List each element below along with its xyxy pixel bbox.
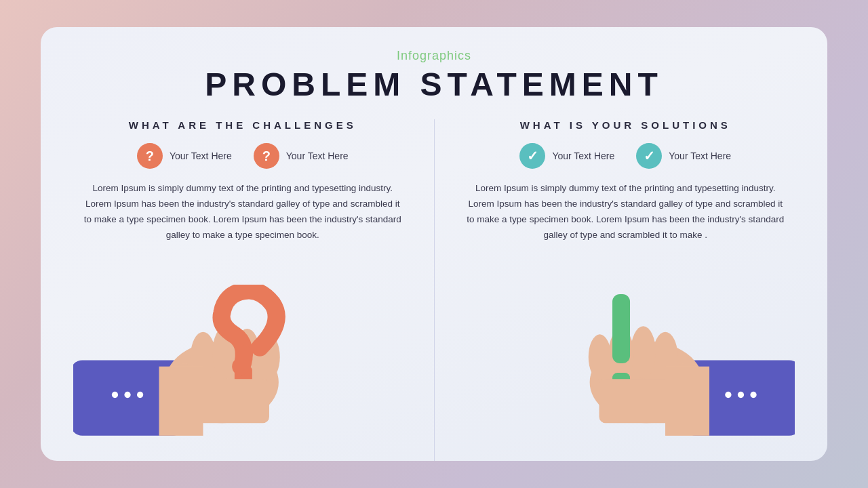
- svg-point-21: [588, 334, 610, 380]
- challenge-svg: [73, 285, 434, 461]
- solutions-items-row: ✓ Your Text Here ✓ Your Text Here: [456, 143, 795, 169]
- header: Infographics PROBLEM STATEMENT: [73, 49, 795, 103]
- solution-illustration: [435, 285, 795, 461]
- challenge-label-2: Your Text Here: [286, 150, 349, 161]
- content-area: WHAT ARE THE CHALLENGES ? Your Text Here…: [73, 119, 795, 461]
- challenge-item-1: ? Your Text Here: [137, 143, 232, 169]
- solution-label-2: Your Text Here: [669, 150, 731, 161]
- challenges-panel: WHAT ARE THE CHALLENGES ? Your Text Here…: [73, 119, 435, 461]
- challenge-icon-1: ?: [137, 143, 163, 169]
- solution-label-1: Your Text Here: [552, 150, 614, 161]
- solution-item-1: ✓ Your Text Here: [519, 143, 614, 169]
- slide: Infographics PROBLEM STATEMENT WHAT ARE …: [41, 27, 827, 461]
- svg-rect-26: [665, 367, 709, 436]
- challenges-title: WHAT ARE THE CHALLENGES: [73, 119, 412, 131]
- challenge-label-1: Your Text Here: [170, 150, 232, 161]
- solutions-panel: WHAT IS YOUR SOLUTIONS ✓ Your Text Here …: [435, 119, 795, 461]
- svg-point-1: [112, 392, 118, 398]
- svg-rect-23: [612, 294, 630, 363]
- svg-point-15: [737, 392, 743, 398]
- challenge-icon-2: ?: [254, 143, 279, 169]
- solution-item-2: ✓ Your Text Here: [636, 143, 731, 169]
- solutions-description: Lorem Ipsum is simply dummy text of the …: [456, 181, 795, 243]
- challenges-items-row: ? Your Text Here ? Your Text Here: [73, 143, 412, 169]
- challenge-illustration: [73, 285, 434, 461]
- svg-point-3: [137, 392, 143, 398]
- svg-point-19: [630, 326, 655, 379]
- svg-point-14: [725, 392, 731, 398]
- solution-icon-1: ✓: [519, 143, 545, 169]
- solutions-title: WHAT IS YOUR SOLUTIONS: [456, 119, 795, 131]
- solution-icon-2: ✓: [636, 143, 662, 169]
- svg-point-16: [750, 392, 756, 398]
- challenge-item-2: ? Your Text Here: [254, 143, 349, 169]
- svg-point-2: [124, 392, 130, 398]
- infographics-label: Infographics: [73, 49, 795, 63]
- svg-rect-12: [159, 367, 203, 436]
- main-title: PROBLEM STATEMENT: [73, 66, 795, 103]
- solution-svg: [435, 285, 795, 461]
- challenges-description: Lorem Ipsum is simply dummy text of the …: [73, 181, 412, 243]
